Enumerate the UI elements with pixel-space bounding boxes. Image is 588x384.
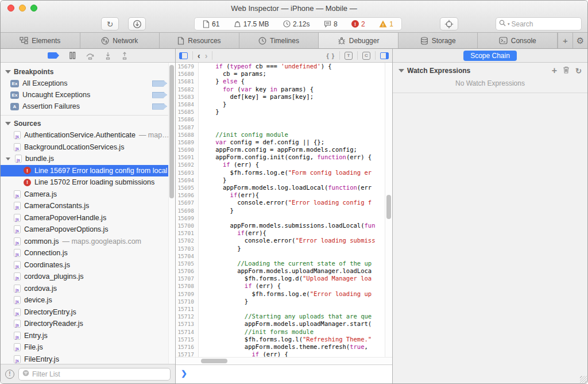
sources-section-header[interactable]: Sources xyxy=(1,118,175,129)
source-file-item[interactable]: jsCamera.js xyxy=(1,189,175,201)
breakpoints-section-header[interactable]: Breakpoints xyxy=(1,66,175,78)
line-number-gutter[interactable]: 15711 xyxy=(176,305,199,313)
filter-list-input[interactable] xyxy=(32,370,167,378)
line-number-gutter[interactable]: 15700 xyxy=(176,222,199,229)
line-number-gutter[interactable]: 15701 xyxy=(176,229,199,237)
line-number-gutter[interactable]: 15685 xyxy=(176,108,199,116)
navigate-back-button[interactable]: ‹ xyxy=(198,52,200,60)
source-file-item[interactable]: jsbundle.js xyxy=(1,153,175,165)
line-number-gutter[interactable]: 15709 xyxy=(176,290,199,298)
refresh-watch-expressions-button[interactable]: ↻ xyxy=(575,67,582,75)
editor-horizontal-scrollbar[interactable] xyxy=(176,357,392,364)
disclosure-triangle-icon[interactable] xyxy=(6,158,11,160)
line-number-gutter[interactable]: 15704 xyxy=(176,252,199,260)
source-file-item[interactable]: jsFileEntry.js xyxy=(1,354,175,364)
line-number-gutter[interactable]: 15692 xyxy=(176,161,199,168)
breakpoint-item[interactable]: ExUncaught Exceptions xyxy=(1,89,175,101)
line-number-gutter[interactable]: 15702 xyxy=(176,237,199,244)
line-number-gutter[interactable]: 15708 xyxy=(176,282,199,290)
filter-field[interactable] xyxy=(18,368,171,381)
line-number-gutter[interactable]: 15716 xyxy=(176,343,199,351)
line-number-gutter[interactable]: 15712 xyxy=(176,313,199,320)
line-number-gutter[interactable]: 15710 xyxy=(176,298,199,305)
line-number-gutter[interactable]: 15689 xyxy=(176,139,199,146)
tab-elements[interactable]: Elements xyxy=(1,33,80,48)
add-watch-expression-button[interactable]: + xyxy=(552,66,557,75)
line-number-gutter[interactable]: 15680 xyxy=(176,70,199,78)
tab-timelines[interactable]: Timelines xyxy=(239,33,319,48)
clear-watch-expressions-button[interactable] xyxy=(563,66,570,75)
editor-vertical-scrollbar-thumb[interactable] xyxy=(386,195,391,219)
step-over-button[interactable] xyxy=(86,52,95,60)
tab-network[interactable]: Network xyxy=(80,33,160,48)
download-button[interactable] xyxy=(128,17,146,30)
pause-button[interactable] xyxy=(69,52,76,59)
line-number-gutter[interactable]: 15681 xyxy=(176,78,199,85)
line-number-gutter[interactable]: 15697 xyxy=(176,199,199,206)
reload-button[interactable]: ↻ xyxy=(101,17,119,30)
breakpoint-toggle-flag[interactable] xyxy=(152,103,167,110)
line-number-gutter[interactable]: 15706 xyxy=(176,267,199,275)
window-resize-grip[interactable] xyxy=(580,376,587,383)
editor-horizontal-scrollbar-thumb[interactable] xyxy=(201,359,227,363)
quick-console[interactable]: ❯ xyxy=(176,364,392,383)
line-number-gutter[interactable]: 15707 xyxy=(176,275,199,282)
editor-vertical-scrollbar[interactable] xyxy=(385,63,392,357)
source-file-item[interactable]: jsDirectoryEntry.js xyxy=(1,306,175,318)
minimize-window-button[interactable] xyxy=(19,5,26,11)
source-issue-item[interactable]: !Line 15697 Error loading config from lo… xyxy=(1,165,175,177)
tab-debugger[interactable]: Debugger xyxy=(319,33,399,48)
source-file-item[interactable]: jsCameraConstants.js xyxy=(1,200,175,212)
breakpoint-toggle-flag[interactable] xyxy=(152,92,167,98)
source-file-item[interactable]: jsCoordinates.js xyxy=(1,259,175,271)
breakpoints-enabled-button[interactable] xyxy=(48,52,59,59)
source-file-item[interactable]: jsdevice.js xyxy=(1,294,175,306)
line-number-gutter[interactable]: 15703 xyxy=(176,245,199,252)
issues-filter-icon[interactable]: ! xyxy=(5,370,14,379)
toggle-right-sidebar-button[interactable] xyxy=(380,52,389,59)
source-file-item[interactable]: jsAuthenticationService.Authenticate — m… xyxy=(1,129,175,141)
line-number-gutter[interactable]: 15698 xyxy=(176,207,199,214)
breakpoint-item[interactable]: AAssertion Failures xyxy=(1,101,175,112)
tab-resources[interactable]: Resources xyxy=(160,33,239,48)
source-file-item[interactable]: jscommon.js — maps.googleapis.com xyxy=(1,236,175,248)
line-number-gutter[interactable]: 15690 xyxy=(176,146,199,153)
search-field[interactable]: ▾ xyxy=(496,17,582,30)
line-number-gutter[interactable]: 15694 xyxy=(176,176,199,184)
line-number-gutter[interactable]: 15699 xyxy=(176,214,199,222)
source-file-item[interactable]: jsCameraPopoverHandle.js xyxy=(1,212,175,224)
pretty-print-button[interactable]: { } xyxy=(326,52,335,59)
tab-storage[interactable]: Storage xyxy=(399,33,478,48)
type-profiler-button[interactable]: T xyxy=(345,52,353,60)
line-number-gutter[interactable]: 15717 xyxy=(176,351,199,357)
watch-expressions-header[interactable]: Watch Expressions + ↻ xyxy=(393,63,587,78)
line-number-gutter[interactable]: 15687 xyxy=(176,124,199,131)
element-picker-button[interactable] xyxy=(440,17,458,30)
source-file-item[interactable]: jsEntry.js xyxy=(1,330,175,342)
source-file-item[interactable]: jsCameraPopoverOptions.js xyxy=(1,224,175,236)
step-out-button[interactable] xyxy=(121,52,128,60)
close-window-button[interactable] xyxy=(7,5,14,11)
code-editor[interactable]: 15679 if (typeof cb === 'undefined') {15… xyxy=(176,63,392,357)
breakpoint-item[interactable]: ExAll Exceptions xyxy=(1,78,175,89)
line-number-gutter[interactable]: 15715 xyxy=(176,336,199,343)
line-number-gutter[interactable]: 15714 xyxy=(176,328,199,336)
breakpoint-toggle-flag[interactable] xyxy=(152,80,167,87)
tab-console[interactable]: Console xyxy=(478,33,558,48)
source-file-item[interactable]: jscordova.js xyxy=(1,283,175,295)
source-file-item[interactable]: jsFile.js xyxy=(1,341,175,354)
sidebar-scrollbar[interactable] xyxy=(168,63,175,364)
line-number-gutter[interactable]: 15696 xyxy=(176,191,199,199)
add-tab-button[interactable]: + xyxy=(558,33,572,48)
line-number-gutter[interactable]: 15705 xyxy=(176,260,199,267)
source-issue-item[interactable]: !Line 15702 Error loading submissions xyxy=(1,176,175,189)
line-number-gutter[interactable]: 15683 xyxy=(176,93,199,101)
line-number-gutter[interactable]: 15693 xyxy=(176,169,199,176)
code-coverage-button[interactable]: C xyxy=(362,52,370,60)
line-number-gutter[interactable]: 15686 xyxy=(176,116,199,123)
source-file-item[interactable]: jsConnection.js xyxy=(1,247,175,259)
source-file-item[interactable]: jscordova_plugins.js xyxy=(1,271,175,283)
line-number-gutter[interactable]: 15679 xyxy=(176,63,199,70)
line-number-gutter[interactable]: 15682 xyxy=(176,86,199,93)
toggle-left-sidebar-button[interactable] xyxy=(179,52,188,59)
